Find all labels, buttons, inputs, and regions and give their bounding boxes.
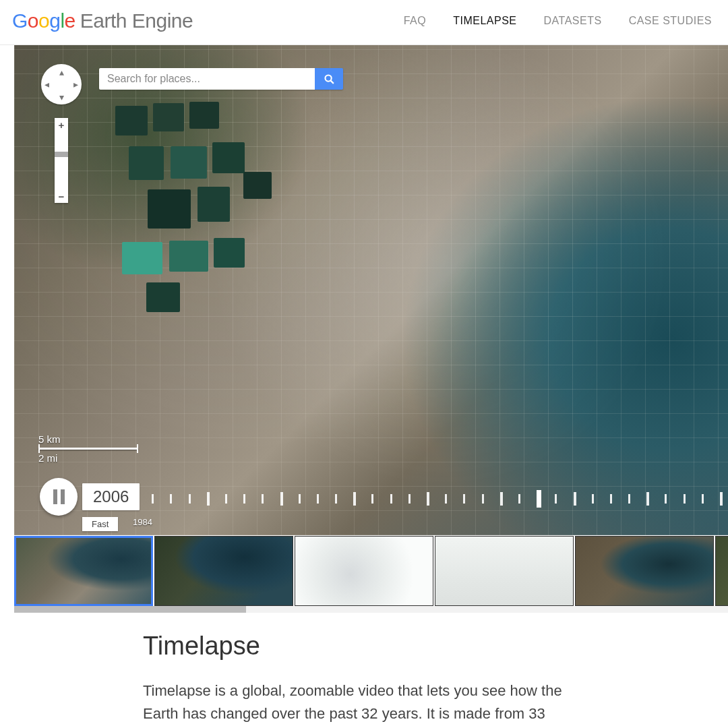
thumbnail-scroll-handle[interactable] [14, 606, 246, 613]
thumbnail-4[interactable] [435, 536, 574, 606]
search-bar [99, 68, 343, 90]
timeline-track[interactable] [133, 489, 728, 509]
svg-line-1 [330, 80, 333, 83]
header: Google Earth Engine FAQ TIMELAPSE DATASE… [0, 0, 728, 45]
nav-timelapse[interactable]: TIMELAPSE [453, 15, 516, 27]
timeline-tick[interactable] [335, 494, 337, 504]
nav-datasets[interactable]: DATASETS [544, 15, 602, 27]
timeline-tick[interactable] [133, 492, 136, 506]
pan-up-icon[interactable]: ▴ [59, 67, 64, 78]
zoom-control: + − [55, 118, 68, 203]
thumbnail-6[interactable] [715, 536, 728, 606]
timeline-tick[interactable] [537, 490, 541, 508]
zoom-handle[interactable] [55, 152, 68, 157]
zoom-in-button[interactable]: + [55, 118, 68, 131]
thumbnail-1[interactable] [14, 536, 153, 606]
timeline-tick[interactable] [555, 494, 557, 504]
timeline-tick[interactable] [592, 494, 594, 504]
timeline-tick[interactable] [353, 492, 356, 506]
timeline-tick[interactable] [482, 494, 484, 504]
pan-left-icon[interactable]: ◂ [44, 79, 49, 90]
timeline-tick[interactable] [628, 494, 630, 504]
pan-right-icon[interactable]: ▸ [73, 79, 78, 90]
logo-google: Google [12, 9, 75, 32]
timeline-tick[interactable] [390, 494, 392, 504]
current-year: 2006 [82, 483, 140, 510]
search-icon [324, 73, 335, 85]
timeline-tick[interactable] [684, 494, 686, 504]
timeline-tick[interactable] [371, 494, 373, 504]
playback-controls: 2006 Fast [40, 478, 140, 531]
timeline-tick[interactable] [445, 494, 447, 504]
timeline-tick[interactable] [189, 494, 191, 504]
logo[interactable]: Google Earth Engine [12, 9, 193, 32]
zoom-slider[interactable] [55, 131, 68, 189]
logo-product: Earth Engine [80, 9, 193, 32]
timeline-tick[interactable] [207, 492, 210, 506]
speed-label[interactable]: Fast [82, 517, 118, 531]
nav-faq[interactable]: FAQ [404, 15, 427, 27]
search-input[interactable] [99, 68, 315, 90]
timeline-tick[interactable] [574, 492, 576, 506]
timeline-tick[interactable] [720, 492, 723, 506]
zoom-out-button[interactable]: − [55, 189, 68, 203]
timeline-tick[interactable] [243, 494, 245, 504]
map-view[interactable]: ▴ ▾ ◂ ▸ + − 5 km 2 mi 2006 Fast 1984 [14, 45, 728, 535]
pause-icon [53, 489, 65, 504]
scale-mi: 2 mi [38, 452, 57, 464]
timeline-tick[interactable] [170, 494, 172, 504]
timeline-tick[interactable] [427, 492, 429, 506]
thumbnail-3[interactable] [295, 536, 433, 606]
svg-point-0 [325, 75, 331, 81]
article-title: Timelapse [143, 632, 573, 661]
timeline-tick[interactable] [262, 494, 264, 504]
timeline-tick[interactable] [152, 494, 154, 504]
timeline-tick[interactable] [610, 494, 612, 504]
timeline-tick[interactable] [646, 492, 649, 506]
timeline-tick[interactable] [518, 494, 520, 504]
timeline-tick[interactable] [317, 494, 319, 504]
imagery-patches [109, 99, 338, 342]
timeline-tick[interactable] [408, 494, 411, 504]
timeline-start-year: 1984 [133, 517, 152, 527]
thumbnail-5[interactable] [575, 536, 714, 606]
search-button[interactable] [315, 68, 343, 90]
nav-case-studies[interactable]: CASE STUDIES [629, 15, 712, 27]
scale-km: 5 km [38, 433, 61, 445]
nav: FAQ TIMELAPSE DATASETS CASE STUDIES [404, 15, 712, 27]
scale-bar: 5 km 2 mi [38, 433, 138, 464]
thumbnail-strip [14, 535, 728, 606]
scale-line [38, 448, 138, 450]
thumbnail-2[interactable] [154, 536, 293, 606]
timeline-tick[interactable] [702, 494, 704, 504]
timeline-tick[interactable] [280, 492, 283, 506]
article: Timelapse Timelapse is a global, zoomabl… [0, 613, 573, 728]
thumbnail-scrollbar[interactable] [14, 606, 728, 613]
timeline-tick[interactable] [299, 494, 301, 504]
pan-control[interactable]: ▴ ▾ ◂ ▸ [41, 64, 82, 104]
article-body: Timelapse is a global, zoomable video th… [143, 679, 573, 728]
timeline-tick[interactable] [463, 494, 465, 504]
pan-down-icon[interactable]: ▾ [59, 92, 64, 102]
timeline-tick[interactable] [225, 494, 227, 504]
timeline-tick[interactable] [500, 492, 503, 506]
timeline-tick[interactable] [665, 494, 667, 504]
pause-button[interactable] [40, 478, 78, 516]
